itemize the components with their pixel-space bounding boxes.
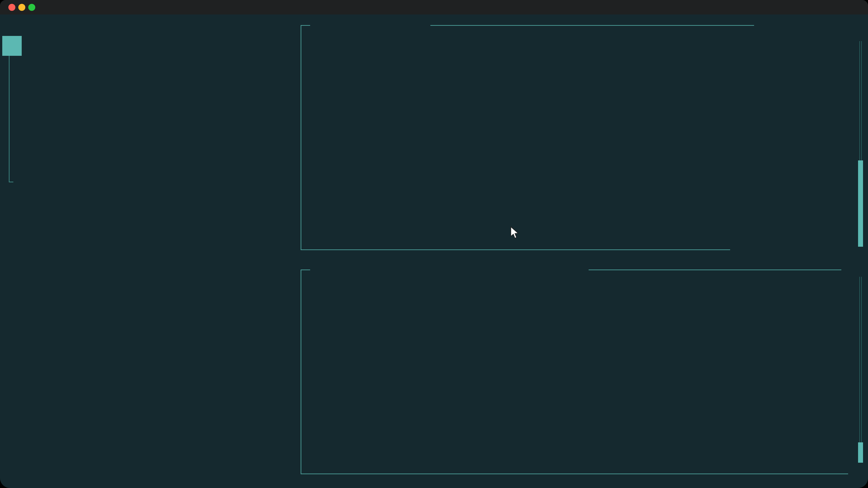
bootrun-panel-border-top-stub <box>301 269 310 270</box>
zoom-button[interactable] <box>28 4 35 11</box>
close-button[interactable] <box>8 4 16 11</box>
build-panel-border-left <box>301 25 301 250</box>
keybind-hints <box>0 464 287 484</box>
window-titlebar <box>0 0 868 14</box>
bootrun-panel-border-left <box>301 269 301 474</box>
bootrun-scrollbar-thumb[interactable] <box>858 442 863 463</box>
build-panel-header-rule <box>430 25 754 26</box>
build-panel-border-bottom <box>301 250 730 250</box>
build-scrollbar-thumb[interactable] <box>858 160 863 247</box>
build-panel-border-top-stub <box>301 25 310 26</box>
minimize-button[interactable] <box>18 4 25 11</box>
bootrun-panel-border-bottom <box>301 474 848 474</box>
mouse-cursor <box>510 226 520 241</box>
tree-guide-corner <box>9 182 13 182</box>
bootrun-scrollbar-track[interactable] <box>860 277 862 442</box>
terminal-window <box>0 0 868 488</box>
build-scrollbar-track[interactable] <box>860 41 862 160</box>
tree-guide-line <box>9 56 9 182</box>
bootrun-panel-header-rule <box>589 269 841 270</box>
